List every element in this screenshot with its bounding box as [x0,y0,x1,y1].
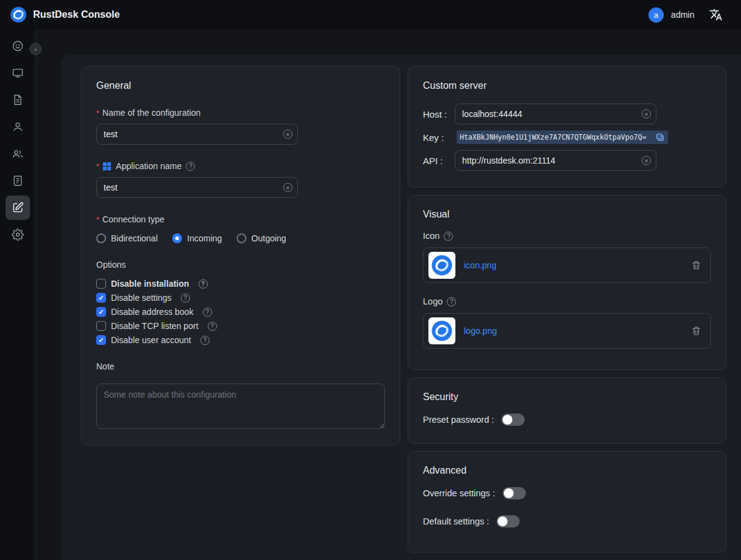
sidebar-item-settings[interactable] [6,222,30,247]
sidebar-item-users[interactable] [6,115,30,139]
checkbox[interactable] [96,321,106,331]
audit-log-icon [12,175,24,187]
default-settings-toggle[interactable] [496,515,520,528]
content-panel: General * Name of the configuration ✕ * … [61,55,741,560]
api-input[interactable] [455,150,656,171]
app-name-label: * Application name ? [96,161,385,171]
sidebar-item-audit-log[interactable] [6,168,30,193]
radio-button[interactable] [172,233,182,243]
app-title: RustDesk Console [33,9,120,20]
help-icon[interactable]: ? [200,336,210,345]
windows-icon [102,162,112,171]
radio-bidirectional[interactable]: Bidirectional [96,233,158,243]
sidebar-item-devices[interactable] [6,61,30,85]
copy-icon[interactable] [655,132,665,142]
help-icon[interactable]: ? [447,297,456,306]
icon-label: Icon ? [423,231,711,241]
radio-incoming[interactable]: Incoming [172,233,222,243]
clear-icon[interactable]: ✕ [283,183,292,192]
help-icon[interactable]: ? [186,162,195,171]
visual-card: Visual Icon ? icon.png [408,195,726,370]
translate-icon[interactable] [709,8,723,21]
general-title: General [96,80,385,91]
logo-file-link[interactable]: logo.png [464,326,497,336]
default-settings-row: Default settings : [423,515,711,528]
connection-type-radios: Bidirectional Incoming Outgoing [96,233,385,243]
options-label: Options [96,260,385,270]
sidebar-item-dashboard[interactable] [6,34,30,58]
advanced-card: Advanced Override settings : Default set… [408,451,726,553]
app-name-input[interactable] [96,177,298,198]
main-area: General * Name of the configuration ✕ * … [36,29,741,560]
logo-file-thumbnail [428,317,455,344]
options-checkboxes: Disable installation ? Disable settings … [96,279,385,345]
note-label: Note [96,361,385,371]
custom-server-card: Custom server Host : ✕ Key : HtaXBkJNHyn… [408,66,726,187]
radio-button[interactable] [96,233,106,243]
icon-file-thumbnail [428,252,455,279]
key-label: Key : [423,132,455,143]
connection-type-label: * Connection type [96,214,385,224]
config-name-input[interactable] [96,124,298,145]
user-name[interactable]: admin [671,10,694,20]
clear-icon[interactable]: ✕ [642,110,651,119]
checkbox-disable-settings[interactable]: Disable settings ? [96,293,385,303]
top-bar: RustDesk Console a admin [0,0,741,29]
help-icon[interactable]: ? [444,232,453,241]
checkbox[interactable] [96,307,106,317]
host-input[interactable] [455,104,656,124]
override-settings-label: Override settings : [423,488,495,498]
sidebar [0,29,36,560]
security-card: Security Preset password : [408,377,726,444]
user-avatar[interactable]: a [648,7,664,23]
key-value[interactable]: HtaXBkJNHyn0e1U1jWXze7A7CN7QTGWqxkOtpaVp… [460,133,652,142]
user-icon [12,121,24,133]
sidebar-item-groups[interactable] [6,142,30,166]
checkbox-disable-tcp-listen-port[interactable]: Disable TCP listen port ? [96,321,385,331]
checkbox-disable-user-account[interactable]: Disable user account ? [96,335,385,345]
help-icon[interactable]: ? [208,322,217,331]
security-title: Security [423,392,711,403]
key-field[interactable]: HtaXBkJNHyn0e1U1jWXze7A7CN7QTGWqxkOtpaVp… [457,131,668,144]
preset-password-row: Preset password : [423,414,711,426]
checkbox-disable-installation[interactable]: Disable installation ? [96,279,385,289]
name-label: * Name of the configuration [96,108,385,118]
override-settings-row: Override settings : [423,487,711,499]
host-label: Host : [423,109,455,119]
note-textarea[interactable] [96,384,385,429]
right-column: Custom server Host : ✕ Key : HtaXBkJNHyn… [408,66,726,553]
general-card: General * Name of the configuration ✕ * … [81,66,400,445]
settings-icon [12,229,24,241]
radio-button[interactable] [237,233,246,243]
icon-file-box: icon.png [423,248,711,283]
default-settings-label: Default settings : [423,516,489,526]
custom-server-title: Custom server [423,80,711,91]
sidebar-item-documents[interactable] [6,88,30,112]
preset-password-label: Preset password : [423,415,494,425]
checkbox-disable-address-book[interactable]: Disable address book ? [96,307,385,317]
preset-password-toggle[interactable] [501,414,525,426]
clear-icon[interactable]: ✕ [283,130,292,139]
checkbox[interactable] [96,279,106,289]
custom-client-icon [12,202,24,214]
sidebar-collapse-button[interactable]: › [29,43,42,55]
override-settings-toggle[interactable] [503,487,526,499]
groups-icon [12,148,24,160]
logo-label: Logo ? [423,297,711,306]
radio-outgoing[interactable]: Outgoing [237,233,286,243]
clear-icon[interactable]: ✕ [642,156,651,165]
icon-file-link[interactable]: icon.png [464,260,496,270]
help-icon[interactable]: ? [181,293,190,303]
sidebar-item-custom-client[interactable] [6,195,30,220]
visual-title: Visual [423,209,711,220]
help-icon[interactable]: ? [203,308,212,317]
documents-icon [12,94,24,106]
logo-file-box: logo.png [423,313,711,349]
devices-icon [12,67,24,79]
trash-icon[interactable] [691,325,702,336]
trash-icon[interactable] [691,260,702,271]
advanced-title: Advanced [423,465,711,476]
help-icon[interactable]: ? [199,279,208,289]
checkbox[interactable] [96,293,106,303]
checkbox[interactable] [96,335,106,345]
